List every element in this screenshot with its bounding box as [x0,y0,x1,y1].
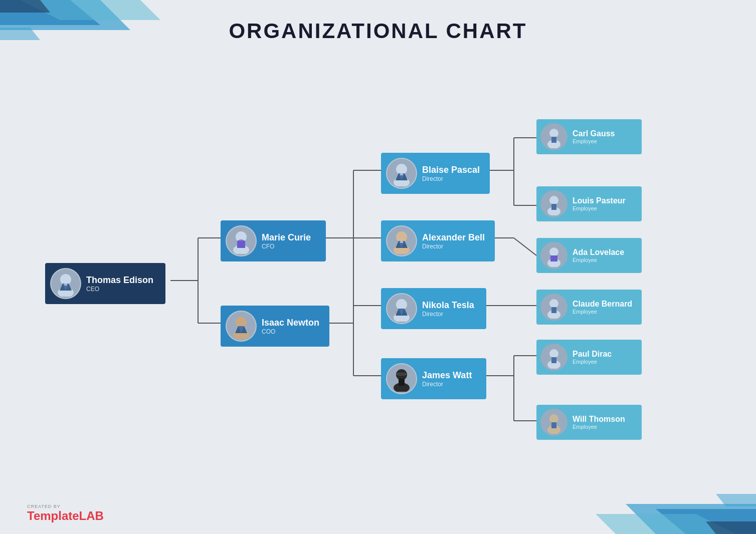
footer-brand: TemplateLAB [27,509,104,523]
paul-dirac-name: Paul Dirac [573,350,612,359]
ceo-avatar [50,268,81,299]
svg-point-79 [549,299,558,308]
isaac-newton-name: Isaac Newton [262,318,319,328]
employee-louis-pasteur: Louis Pasteur Employee [536,186,642,221]
james-watt-role: Director [422,381,472,388]
claude-bernard-name: Claude Bernard [573,300,632,309]
svg-rect-58 [400,241,403,243]
svg-rect-75 [551,204,556,210]
svg-point-82 [549,349,558,358]
svg-point-85 [549,414,558,423]
louis-pasteur-role: Employee [573,205,626,211]
paul-dirac-role: Employee [573,359,612,365]
isaac-newton-role: COO [262,328,319,335]
svg-rect-81 [551,307,556,313]
manager-marie-curie: Marie Curie CFO [221,220,326,261]
ceo-text: Thomas Edison CEO [86,275,153,293]
svg-point-70 [549,129,558,138]
carl-gauss-name: Carl Gauss [573,129,615,138]
svg-rect-66 [399,379,405,386]
isaac-newton-text: Isaac Newton COO [262,318,319,335]
ada-lovelace-name: Ada Lovelace [573,248,624,257]
will-thomson-role: Employee [573,424,625,430]
will-thomson-text: Will Thomson Employee [573,415,625,430]
svg-point-73 [549,196,558,205]
footer-brand-part2: LAB [79,509,104,522]
marie-curie-role: CFO [262,243,311,250]
employee-will-thomson: Will Thomson Employee [536,405,642,440]
employee-carl-gauss: Carl Gauss Employee [536,119,642,154]
director-james-watt: James Watt Director [381,358,486,399]
ada-lovelace-avatar [540,242,568,269]
svg-rect-38 [64,284,67,286]
svg-point-33 [60,274,71,285]
svg-point-76 [549,247,558,256]
paul-dirac-avatar [540,344,568,371]
nikola-tesla-avatar [386,293,417,324]
carl-gauss-role: Employee [573,138,615,144]
svg-rect-41 [237,241,245,248]
director-nikola-tesla: Nikola Tesla Director [381,288,486,329]
james-watt-name: James Watt [422,370,472,381]
alexander-bell-text: Alexander Bell Director [422,232,485,250]
svg-rect-84 [551,357,556,363]
svg-point-47 [396,164,407,175]
marie-curie-avatar [226,225,257,256]
carl-gauss-avatar [540,123,568,150]
svg-rect-78 [550,255,557,261]
will-thomson-name: Will Thomson [573,415,625,424]
marie-curie-name: Marie Curie [262,232,311,243]
director-alexander-bell: Alexander Bell Director [381,220,495,261]
blaise-pascal-avatar [386,158,417,189]
will-thomson-avatar [540,409,568,436]
claude-bernard-text: Claude Bernard Employee [573,300,632,315]
svg-line-26 [514,238,536,255]
alexander-bell-name: Alexander Bell [422,232,485,243]
claude-bernard-avatar [540,294,568,321]
blaise-pascal-text: Blaise Pascal Director [422,165,480,182]
svg-rect-87 [551,422,556,428]
page-title: ORGANIZATIONAL CHART [0,19,756,43]
ceo-node: Thomas Edison CEO [45,263,165,304]
ada-lovelace-role: Employee [573,257,624,263]
alexander-bell-role: Director [422,243,485,250]
svg-point-42 [236,317,247,328]
james-watt-text: James Watt Director [422,370,472,388]
nikola-tesla-role: Director [422,311,474,318]
blaise-pascal-role: Director [422,175,480,182]
manager-isaac-newton: Isaac Newton COO [221,306,329,347]
ceo-name: Thomas Edison [86,275,153,286]
employee-claude-bernard: Claude Bernard Employee [536,290,642,325]
louis-pasteur-name: Louis Pasteur [573,196,626,205]
louis-pasteur-avatar [540,190,568,217]
ada-lovelace-text: Ada Lovelace Employee [573,248,624,263]
carl-gauss-text: Carl Gauss Employee [573,129,615,144]
claude-bernard-role: Employee [573,309,632,315]
blaise-pascal-name: Blaise Pascal [422,165,480,175]
svg-rect-72 [551,137,556,143]
footer: CREATED BY TemplateLAB [27,504,104,523]
nikola-tesla-name: Nikola Tesla [422,300,474,311]
svg-point-59 [396,299,407,310]
svg-rect-67 [398,373,406,375]
marie-curie-text: Marie Curie CFO [262,232,311,250]
employee-ada-lovelace: Ada Lovelace Employee [536,238,642,273]
svg-rect-52 [400,173,403,175]
paul-dirac-text: Paul Dirac Employee [573,350,612,365]
isaac-newton-avatar [226,311,257,342]
director-blaise-pascal: Blaise Pascal Director [381,153,490,194]
alexander-bell-avatar [386,225,417,256]
employee-paul-dirac: Paul Dirac Employee [536,340,642,375]
footer-brand-part1: Template [27,509,79,522]
svg-point-53 [396,231,407,242]
louis-pasteur-text: Louis Pasteur Employee [573,196,626,211]
nikola-tesla-text: Nikola Tesla Director [422,300,474,318]
ceo-role: CEO [86,286,153,293]
footer-created-by: CREATED BY [27,504,104,509]
james-watt-avatar [386,363,417,394]
